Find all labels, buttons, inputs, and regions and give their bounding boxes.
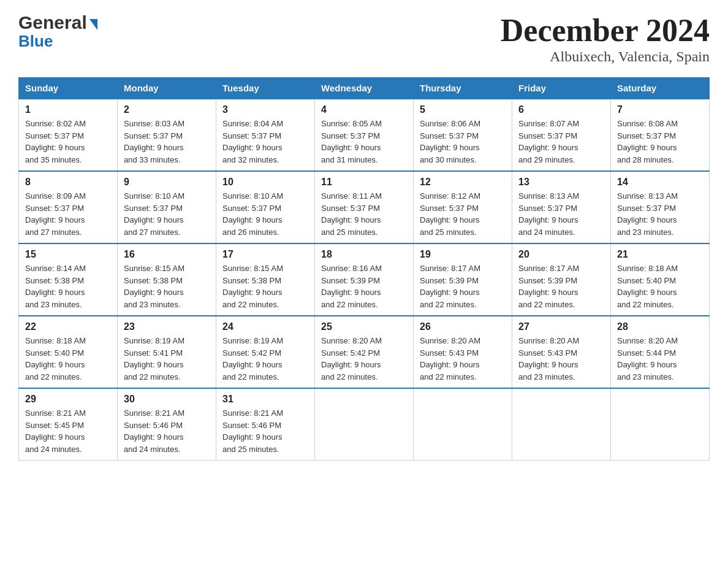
day-info: Sunrise: 8:18 AM Sunset: 5:40 PM Dayligh… <box>617 262 703 310</box>
calendar-header-row: SundayMondayTuesdayWednesdayThursdayFrid… <box>19 78 710 99</box>
weekday-header: Tuesday <box>216 78 315 99</box>
day-info: Sunrise: 8:21 AM Sunset: 5:46 PM Dayligh… <box>222 407 308 455</box>
logo-arrow-icon <box>89 19 97 30</box>
calendar-day-cell: 2 Sunrise: 8:03 AM Sunset: 5:37 PM Dayli… <box>118 99 216 171</box>
calendar-day-cell: 29 Sunrise: 8:21 AM Sunset: 5:45 PM Dayl… <box>19 388 118 461</box>
day-number: 4 <box>321 104 407 115</box>
calendar-day-cell: 6 Sunrise: 8:07 AM Sunset: 5:37 PM Dayli… <box>512 99 611 171</box>
calendar-week-row: 15 Sunrise: 8:14 AM Sunset: 5:38 PM Dayl… <box>19 243 710 316</box>
day-info: Sunrise: 8:15 AM Sunset: 5:38 PM Dayligh… <box>124 262 210 310</box>
day-info: Sunrise: 8:20 AM Sunset: 5:42 PM Dayligh… <box>321 335 407 383</box>
calendar-day-cell: 27 Sunrise: 8:20 AM Sunset: 5:43 PM Dayl… <box>512 316 611 388</box>
weekday-header: Wednesday <box>315 78 414 99</box>
day-number: 19 <box>420 249 506 260</box>
day-info: Sunrise: 8:17 AM Sunset: 5:39 PM Dayligh… <box>518 262 604 310</box>
day-info: Sunrise: 8:16 AM Sunset: 5:39 PM Dayligh… <box>321 262 407 310</box>
calendar-day-cell: 17 Sunrise: 8:15 AM Sunset: 5:38 PM Dayl… <box>216 243 315 316</box>
calendar-day-cell: 11 Sunrise: 8:11 AM Sunset: 5:37 PM Dayl… <box>315 171 414 243</box>
day-number: 26 <box>420 321 506 332</box>
calendar-day-cell <box>315 388 414 461</box>
day-info: Sunrise: 8:11 AM Sunset: 5:37 PM Dayligh… <box>321 190 407 238</box>
day-info: Sunrise: 8:20 AM Sunset: 5:43 PM Dayligh… <box>518 335 604 383</box>
day-number: 13 <box>518 177 604 188</box>
day-info: Sunrise: 8:05 AM Sunset: 5:37 PM Dayligh… <box>321 118 407 166</box>
day-number: 24 <box>222 321 308 332</box>
day-number: 27 <box>518 321 604 332</box>
calendar-table: SundayMondayTuesdayWednesdayThursdayFrid… <box>18 77 710 461</box>
calendar-day-cell: 15 Sunrise: 8:14 AM Sunset: 5:38 PM Dayl… <box>19 243 118 316</box>
day-number: 3 <box>222 104 308 115</box>
calendar-day-cell: 23 Sunrise: 8:19 AM Sunset: 5:41 PM Dayl… <box>118 316 216 388</box>
day-info: Sunrise: 8:12 AM Sunset: 5:37 PM Dayligh… <box>420 190 506 238</box>
day-number: 18 <box>321 249 407 260</box>
calendar-day-cell: 12 Sunrise: 8:12 AM Sunset: 5:37 PM Dayl… <box>414 171 512 243</box>
day-number: 5 <box>420 104 506 115</box>
calendar-day-cell: 20 Sunrise: 8:17 AM Sunset: 5:39 PM Dayl… <box>512 243 611 316</box>
day-info: Sunrise: 8:10 AM Sunset: 5:37 PM Dayligh… <box>222 190 308 238</box>
day-info: Sunrise: 8:06 AM Sunset: 5:37 PM Dayligh… <box>420 118 506 166</box>
calendar-day-cell: 25 Sunrise: 8:20 AM Sunset: 5:42 PM Dayl… <box>315 316 414 388</box>
day-info: Sunrise: 8:19 AM Sunset: 5:41 PM Dayligh… <box>124 335 210 383</box>
calendar-day-cell: 21 Sunrise: 8:18 AM Sunset: 5:40 PM Dayl… <box>611 243 710 316</box>
weekday-header: Thursday <box>414 78 512 99</box>
calendar-day-cell: 31 Sunrise: 8:21 AM Sunset: 5:46 PM Dayl… <box>216 388 315 461</box>
calendar-day-cell: 3 Sunrise: 8:04 AM Sunset: 5:37 PM Dayli… <box>216 99 315 171</box>
day-number: 9 <box>124 177 210 188</box>
calendar-day-cell: 18 Sunrise: 8:16 AM Sunset: 5:39 PM Dayl… <box>315 243 414 316</box>
day-number: 11 <box>321 177 407 188</box>
day-number: 10 <box>222 177 308 188</box>
day-info: Sunrise: 8:15 AM Sunset: 5:38 PM Dayligh… <box>222 262 308 310</box>
day-number: 21 <box>617 249 703 260</box>
day-info: Sunrise: 8:20 AM Sunset: 5:43 PM Dayligh… <box>420 335 506 383</box>
day-number: 16 <box>124 249 210 260</box>
calendar-day-cell: 10 Sunrise: 8:10 AM Sunset: 5:37 PM Dayl… <box>216 171 315 243</box>
calendar-week-row: 8 Sunrise: 8:09 AM Sunset: 5:37 PM Dayli… <box>19 171 710 243</box>
calendar-day-cell <box>611 388 710 461</box>
calendar-day-cell: 9 Sunrise: 8:10 AM Sunset: 5:37 PM Dayli… <box>118 171 216 243</box>
calendar-day-cell: 13 Sunrise: 8:13 AM Sunset: 5:37 PM Dayl… <box>512 171 611 243</box>
day-number: 2 <box>124 104 210 115</box>
day-info: Sunrise: 8:03 AM Sunset: 5:37 PM Dayligh… <box>124 118 210 166</box>
day-info: Sunrise: 8:19 AM Sunset: 5:42 PM Dayligh… <box>222 335 308 383</box>
day-number: 6 <box>518 104 604 115</box>
calendar-day-cell: 22 Sunrise: 8:18 AM Sunset: 5:40 PM Dayl… <box>19 316 118 388</box>
day-number: 20 <box>518 249 604 260</box>
calendar-day-cell <box>414 388 512 461</box>
day-number: 7 <box>617 104 703 115</box>
title-block: December 2024 Albuixech, Valencia, Spain <box>501 12 710 65</box>
day-number: 29 <box>25 394 111 405</box>
day-info: Sunrise: 8:13 AM Sunset: 5:37 PM Dayligh… <box>617 190 703 238</box>
day-number: 28 <box>617 321 703 332</box>
day-info: Sunrise: 8:08 AM Sunset: 5:37 PM Dayligh… <box>617 118 703 166</box>
day-number: 12 <box>420 177 506 188</box>
day-info: Sunrise: 8:13 AM Sunset: 5:37 PM Dayligh… <box>518 190 604 238</box>
day-info: Sunrise: 8:02 AM Sunset: 5:37 PM Dayligh… <box>25 118 111 166</box>
calendar-day-cell: 5 Sunrise: 8:06 AM Sunset: 5:37 PM Dayli… <box>414 99 512 171</box>
calendar-day-cell: 16 Sunrise: 8:15 AM Sunset: 5:38 PM Dayl… <box>118 243 216 316</box>
day-number: 8 <box>25 177 111 188</box>
logo: General Blue <box>18 12 97 50</box>
calendar-week-row: 29 Sunrise: 8:21 AM Sunset: 5:45 PM Dayl… <box>19 388 710 461</box>
calendar-day-cell: 28 Sunrise: 8:20 AM Sunset: 5:44 PM Dayl… <box>611 316 710 388</box>
logo-general-text: General <box>18 12 87 33</box>
page-header: General Blue December 2024 Albuixech, Va… <box>18 12 710 65</box>
calendar-day-cell: 1 Sunrise: 8:02 AM Sunset: 5:37 PM Dayli… <box>19 99 118 171</box>
calendar-week-row: 1 Sunrise: 8:02 AM Sunset: 5:37 PM Dayli… <box>19 99 710 171</box>
weekday-header: Friday <box>512 78 611 99</box>
day-number: 31 <box>222 394 308 405</box>
day-info: Sunrise: 8:09 AM Sunset: 5:37 PM Dayligh… <box>25 190 111 238</box>
calendar-day-cell <box>512 388 611 461</box>
day-number: 17 <box>222 249 308 260</box>
day-info: Sunrise: 8:18 AM Sunset: 5:40 PM Dayligh… <box>25 335 111 383</box>
calendar-week-row: 22 Sunrise: 8:18 AM Sunset: 5:40 PM Dayl… <box>19 316 710 388</box>
weekday-header: Sunday <box>19 78 118 99</box>
page-subtitle: Albuixech, Valencia, Spain <box>501 48 710 65</box>
day-number: 15 <box>25 249 111 260</box>
day-info: Sunrise: 8:20 AM Sunset: 5:44 PM Dayligh… <box>617 335 703 383</box>
calendar-day-cell: 4 Sunrise: 8:05 AM Sunset: 5:37 PM Dayli… <box>315 99 414 171</box>
day-number: 23 <box>124 321 210 332</box>
calendar-day-cell: 24 Sunrise: 8:19 AM Sunset: 5:42 PM Dayl… <box>216 316 315 388</box>
calendar-day-cell: 7 Sunrise: 8:08 AM Sunset: 5:37 PM Dayli… <box>611 99 710 171</box>
calendar-day-cell: 8 Sunrise: 8:09 AM Sunset: 5:37 PM Dayli… <box>19 171 118 243</box>
day-number: 30 <box>124 394 210 405</box>
